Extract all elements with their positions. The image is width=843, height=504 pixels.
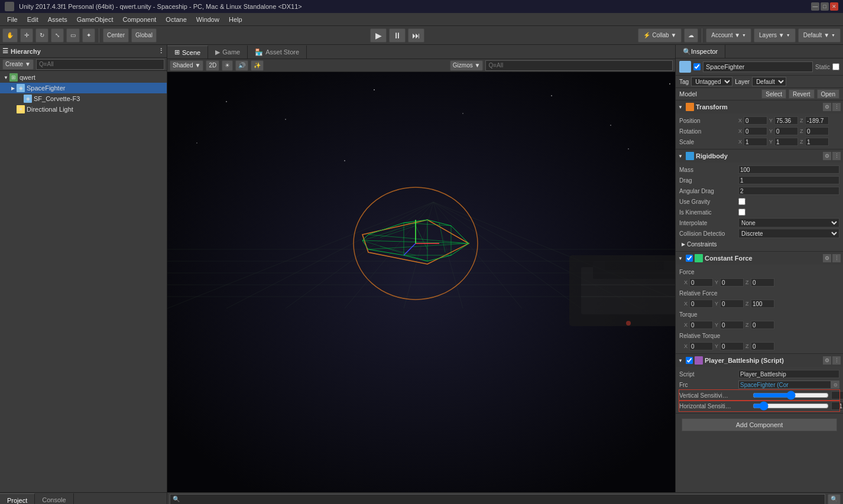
constant-force-menu-button[interactable]: ⋮ xyxy=(832,254,841,262)
constant-force-header[interactable]: ▼ Constant Force ⚙ ⋮ xyxy=(676,252,843,265)
global-button[interactable]: Global xyxy=(131,28,157,43)
step-button[interactable]: ⏭ xyxy=(408,28,424,43)
hierarchy-menu-icon[interactable]: ⋮ xyxy=(158,47,164,55)
open-button[interactable]: Open xyxy=(817,89,839,99)
layout-button[interactable]: Default ▼ ▼ xyxy=(798,28,841,43)
2d-button[interactable]: 2D xyxy=(206,60,219,71)
menu-edit[interactable]: Edit xyxy=(22,15,43,24)
vertical-sensitivity-slider[interactable] xyxy=(753,392,829,398)
layer-dropdown[interactable]: Default xyxy=(752,77,786,86)
collision-dropdown[interactable]: Discrete xyxy=(738,229,839,238)
play-button[interactable]: ▶ xyxy=(370,28,387,43)
gameobject-active-checkbox[interactable] xyxy=(693,63,701,70)
menu-gameobject[interactable]: GameObject xyxy=(72,15,118,24)
tag-dropdown[interactable]: Untagged xyxy=(691,77,732,86)
rigidbody-settings-button[interactable]: ⚙ xyxy=(823,152,831,160)
account-button[interactable]: Account ▼ ▼ xyxy=(706,28,751,43)
move-tool[interactable]: ✛ xyxy=(20,28,33,43)
scale-tool[interactable]: ⤡ xyxy=(51,28,64,43)
script-settings-button[interactable]: ⚙ xyxy=(823,356,831,365)
collab-button[interactable]: ⚡ Collab ▼ xyxy=(638,28,682,43)
torque-y-input[interactable] xyxy=(720,321,744,329)
force-x-input[interactable] xyxy=(689,278,713,287)
position-x-input[interactable] xyxy=(744,116,767,125)
project-search-input[interactable] xyxy=(170,494,825,505)
rect-tool[interactable]: ▭ xyxy=(66,28,80,43)
cloud-button[interactable]: ☁ xyxy=(684,28,698,43)
multi-tool[interactable]: ✦ xyxy=(82,28,95,43)
horizontal-sensitivity-input[interactable] xyxy=(831,402,843,410)
force-z-input[interactable] xyxy=(751,278,774,287)
scene-search-input[interactable] xyxy=(485,60,673,71)
is-kinematic-checkbox[interactable] xyxy=(738,209,745,216)
rel-torque-x-input[interactable] xyxy=(689,342,713,350)
frc-pick-button[interactable]: ⊙ xyxy=(831,381,839,389)
tab-inspector[interactable]: 🔍 Inspector xyxy=(676,45,725,58)
horizontal-sensitivity-slider[interactable] xyxy=(753,403,829,409)
hierarchy-item-spacefighter[interactable]: ▶ ◈ SpaceFighter xyxy=(0,83,167,93)
rotation-y-input[interactable] xyxy=(774,127,798,135)
rel-torque-z-input[interactable] xyxy=(751,342,774,350)
position-y-input[interactable] xyxy=(774,116,798,125)
rel-force-y-input[interactable] xyxy=(720,300,744,308)
constant-force-enabled-checkbox[interactable] xyxy=(686,255,693,262)
rigidbody-header[interactable]: ▼ Rigidbody ⚙ ⋮ xyxy=(676,149,843,162)
pause-button[interactable]: ⏸ xyxy=(389,28,406,43)
hierarchy-item-corvette[interactable]: ◈ SF_Corvette-F3 xyxy=(0,93,167,104)
transform-header[interactable]: ▼ Transform ⚙ ⋮ xyxy=(676,100,843,113)
tab-project[interactable]: Project xyxy=(0,493,35,504)
script-ref-input[interactable] xyxy=(738,370,839,378)
scale-x-input[interactable] xyxy=(744,138,767,146)
rotation-x-input[interactable] xyxy=(744,127,767,135)
minimize-button[interactable]: — xyxy=(811,2,819,11)
menu-file[interactable]: File xyxy=(2,15,22,24)
rel-force-z-input[interactable] xyxy=(751,300,774,308)
menu-assets[interactable]: Assets xyxy=(43,15,72,24)
rigidbody-menu-button[interactable]: ⋮ xyxy=(832,152,841,160)
use-gravity-checkbox[interactable] xyxy=(738,198,745,205)
revert-button[interactable]: Revert xyxy=(789,89,814,99)
torque-z-input[interactable] xyxy=(751,321,774,329)
rotate-tool[interactable]: ↻ xyxy=(35,28,48,43)
vertical-sensitivity-input[interactable] xyxy=(831,391,843,399)
force-y-input[interactable] xyxy=(720,278,744,287)
maximize-button[interactable]: □ xyxy=(821,2,829,11)
transform-menu-button[interactable]: ⋮ xyxy=(832,103,841,111)
rotation-z-input[interactable] xyxy=(805,127,829,135)
angular-drag-input[interactable] xyxy=(738,187,839,195)
shading-dropdown[interactable]: Shaded ▼ xyxy=(170,60,203,71)
tab-console[interactable]: Console xyxy=(35,493,73,504)
constant-force-settings-button[interactable]: ⚙ xyxy=(823,254,831,262)
frc-input[interactable] xyxy=(738,381,831,389)
drag-input[interactable] xyxy=(738,176,839,184)
lights-button[interactable]: ☀ xyxy=(222,60,233,71)
hierarchy-create-button[interactable]: Create ▼ xyxy=(2,59,34,70)
transform-settings-button[interactable]: ⚙ xyxy=(823,103,831,111)
scene-viewport[interactable]: <Persp xyxy=(167,72,675,492)
hand-tool[interactable]: ✋ xyxy=(2,28,18,43)
script-enabled-checkbox[interactable] xyxy=(686,357,693,364)
menu-component[interactable]: Component xyxy=(118,15,161,24)
scale-y-input[interactable] xyxy=(774,138,798,146)
tab-asset-store[interactable]: 🏪 Asset Store xyxy=(248,45,307,58)
torque-x-input[interactable] xyxy=(689,321,713,329)
select-button[interactable]: Select xyxy=(761,89,786,99)
scale-z-input[interactable] xyxy=(805,138,829,146)
tab-game[interactable]: ▶ Game xyxy=(208,45,248,58)
hierarchy-item-light[interactable]: ☀ Directional Light xyxy=(0,104,167,115)
center-button[interactable]: Center xyxy=(103,28,129,43)
menu-octane[interactable]: Octane xyxy=(161,15,191,24)
close-button[interactable]: ✕ xyxy=(830,2,838,11)
interpolate-dropdown[interactable]: None xyxy=(738,218,839,227)
project-search-button[interactable]: 🔍 xyxy=(828,494,841,505)
gameobject-name-input[interactable] xyxy=(703,61,813,72)
menu-window[interactable]: Window xyxy=(192,15,224,24)
rel-torque-y-input[interactable] xyxy=(720,342,744,350)
gizmos-button[interactable]: Gizmos ▼ xyxy=(450,60,484,71)
fx-button[interactable]: ✨ xyxy=(251,60,264,71)
mass-input[interactable] xyxy=(738,165,839,174)
script-header[interactable]: ▼ Player_Battleship (Script) ⚙ ⋮ xyxy=(676,354,843,367)
hierarchy-search-input[interactable] xyxy=(36,59,164,70)
rel-force-x-input[interactable] xyxy=(689,300,713,308)
position-z-input[interactable] xyxy=(805,116,829,125)
